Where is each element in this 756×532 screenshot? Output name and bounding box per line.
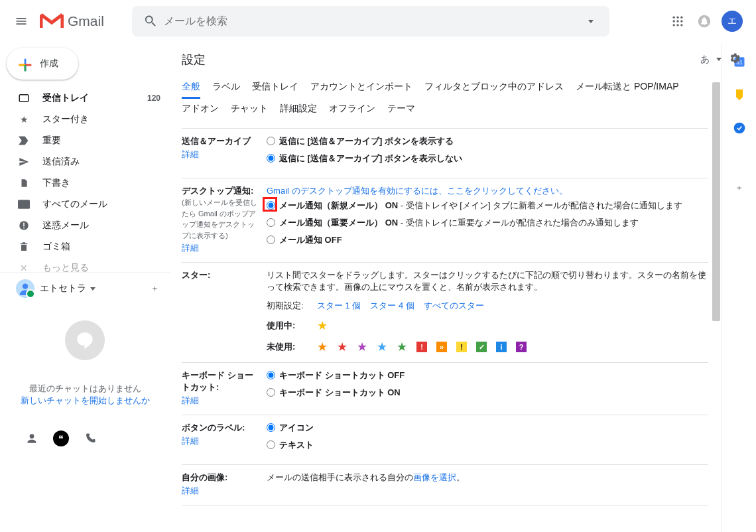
- tab-addons[interactable]: アドオン: [182, 99, 219, 119]
- tab-forwarding[interactable]: メール転送と POP/IMAP: [576, 77, 679, 99]
- gmail-logo[interactable]: Gmail: [37, 12, 104, 31]
- nav-spam[interactable]: 迷惑メール: [0, 215, 170, 236]
- hangouts-user-row[interactable]: エトセトラ ＋: [0, 277, 170, 300]
- picture-details-link[interactable]: 詳細: [182, 485, 199, 497]
- stars-notused-label: 未使用:: [267, 342, 295, 352]
- nav-drafts[interactable]: 下書き: [0, 172, 170, 194]
- shortcuts-details-link[interactable]: 詳細: [182, 395, 199, 407]
- star-purple-icon[interactable]: ★: [357, 340, 367, 354]
- star-icon: ★: [17, 113, 31, 126]
- send-archive-show-radio[interactable]: [267, 137, 275, 145]
- tab-filters[interactable]: フィルタとブロック中のアドレス: [424, 77, 564, 99]
- compose-button[interactable]: 作成: [7, 48, 78, 80]
- search-options-dropdown[interactable]: [578, 20, 604, 23]
- send-archive-label: 送信＆アーカイブ: [182, 135, 261, 147]
- nav-allmail[interactable]: すべてのメール: [0, 194, 170, 215]
- star-purple-question-icon[interactable]: ?: [516, 342, 527, 352]
- hangouts-start-chat-link[interactable]: 新しいチャットを開始しませんか: [12, 395, 158, 407]
- tab-themes[interactable]: テーマ: [387, 99, 415, 119]
- desktop-sublabel: (新しいメールを受信したら Gmail のポップアップ通知をデスクトップに表示す…: [182, 197, 261, 241]
- search-icon[interactable]: [137, 8, 164, 34]
- button-labels-label: ボタンのラベル:: [182, 422, 261, 434]
- picture-select-link[interactable]: 画像を選択: [413, 472, 456, 482]
- hangouts-panel: エトセトラ ＋ 最近のチャットはありません 新しいチャットを開始しませんか ❝: [0, 272, 170, 454]
- chevron-down-icon[interactable]: [90, 287, 95, 291]
- stars-inuse-label: 使用中:: [267, 320, 295, 330]
- search-bar[interactable]: [132, 6, 609, 36]
- main-menu-button[interactable]: [5, 5, 37, 37]
- tab-general[interactable]: 全般: [182, 77, 200, 99]
- shortcuts-off-radio[interactable]: [267, 371, 275, 379]
- star-green-check-icon[interactable]: ✓: [476, 342, 487, 352]
- input-method-indicator[interactable]: あ: [700, 54, 710, 66]
- button-labels-icons-radio[interactable]: [267, 423, 275, 432]
- picture-label: 自分の画像:: [182, 472, 261, 484]
- section-picture: 自分の画像: 詳細 メールの送信相手に表示される自分の画像を選択。: [182, 464, 708, 505]
- desktop-details-link[interactable]: 詳細: [182, 242, 199, 254]
- hangouts-phone-tab[interactable]: [77, 427, 103, 450]
- hangouts-contacts-tab[interactable]: [19, 427, 45, 450]
- stars-presets-label: 初期設定:: [267, 300, 308, 312]
- hangouts-empty-text: 最近のチャットはありません: [12, 383, 158, 395]
- hangouts-avatar: [16, 279, 34, 298]
- section-cutoff: [182, 505, 708, 523]
- button-labels-details-link[interactable]: 詳細: [182, 435, 199, 447]
- header: Gmail エ: [0, 0, 756, 42]
- nav-starred[interactable]: ★スター付き: [0, 109, 170, 130]
- section-stars: スター: リスト間でスターをドラッグします。スターはクリックするたびに下記の順で…: [182, 262, 708, 362]
- hangouts-chat-tab[interactable]: ❝: [48, 427, 74, 450]
- stars-preset-4[interactable]: スター 4 個: [370, 300, 414, 312]
- star-red-bang-icon[interactable]: !: [416, 342, 427, 352]
- desktop-enable-link[interactable]: Gmail のデスクトップ通知を有効にするには、ここをクリックしてください。: [267, 186, 568, 196]
- notifications-button[interactable]: [691, 8, 718, 34]
- svg-point-6: [673, 24, 675, 26]
- scrollbar[interactable]: [712, 82, 720, 321]
- hangouts-new-button[interactable]: ＋: [151, 283, 159, 295]
- svg-point-1: [676, 17, 678, 19]
- shortcuts-label: キーボード ショートカット:: [182, 369, 261, 393]
- star-orange-icon[interactable]: ★: [317, 340, 328, 354]
- nav-trash[interactable]: ゴミ箱: [0, 236, 170, 257]
- account-avatar[interactable]: エ: [722, 11, 743, 32]
- desktop-important-radio[interactable]: [267, 218, 275, 227]
- tab-inbox[interactable]: 受信トレイ: [252, 77, 298, 99]
- star-red-icon[interactable]: ★: [337, 340, 347, 354]
- nav-sent[interactable]: 送信済み: [0, 151, 170, 172]
- star-yellow-icon[interactable]: ★: [317, 318, 328, 333]
- apps-button[interactable]: [664, 8, 691, 34]
- tab-offline[interactable]: オフライン: [329, 99, 375, 119]
- chevron-down-icon[interactable]: [716, 58, 722, 61]
- sent-icon: [17, 155, 31, 168]
- desktop-new-radio[interactable]: [267, 201, 275, 210]
- star-orange-arrow-icon[interactable]: »: [436, 342, 447, 352]
- keep-addon-button[interactable]: [732, 88, 747, 102]
- important-icon: [17, 134, 31, 147]
- desktop-off-radio[interactable]: [267, 235, 275, 244]
- inbox-count: 120: [147, 94, 160, 103]
- tab-accounts[interactable]: アカウントとインポート: [310, 77, 412, 99]
- star-green-icon[interactable]: ★: [397, 340, 407, 354]
- tab-chat[interactable]: チャット: [231, 99, 268, 119]
- nav-inbox[interactable]: 受信トレイ 120: [0, 88, 170, 109]
- bell-icon: [697, 14, 712, 29]
- nav-important[interactable]: 重要: [0, 130, 170, 151]
- star-yellow-bang-icon[interactable]: !: [456, 342, 467, 352]
- svg-point-15: [23, 284, 28, 289]
- addons-plus-button[interactable]: ＋: [732, 180, 747, 195]
- spam-icon: [17, 219, 31, 232]
- stars-preset-all[interactable]: すべてのスター: [424, 300, 484, 312]
- star-blue-info-icon[interactable]: i: [496, 342, 507, 352]
- search-input[interactable]: [164, 15, 578, 27]
- tasks-addon-button[interactable]: [732, 121, 747, 135]
- shortcuts-on-radio[interactable]: [267, 388, 275, 397]
- send-archive-details-link[interactable]: 詳細: [182, 149, 199, 161]
- chevron-down-icon: [588, 20, 594, 23]
- stars-preset-1[interactable]: スター 1 個: [317, 300, 361, 312]
- star-blue-icon[interactable]: ★: [377, 340, 387, 354]
- send-archive-hide-radio[interactable]: [267, 154, 275, 163]
- svg-point-0: [673, 17, 675, 19]
- tab-advanced[interactable]: 詳細設定: [280, 99, 317, 119]
- tab-labels[interactable]: ラベル: [212, 77, 240, 99]
- button-labels-text-radio[interactable]: [267, 440, 275, 449]
- settings-panel: あ 設定 全般 ラベル 受信トレイ アカウントとインポート フィルタとブロック中…: [170, 42, 722, 532]
